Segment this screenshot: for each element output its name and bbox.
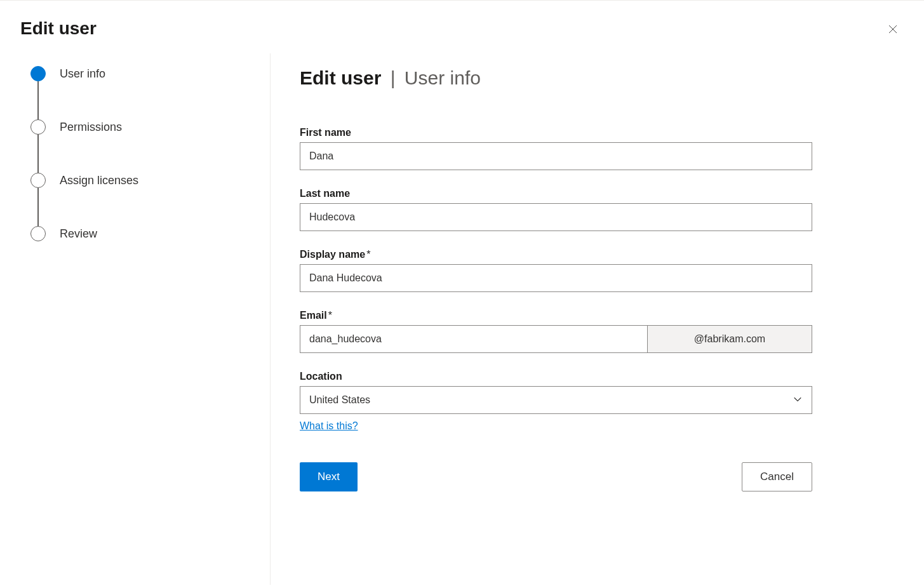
last-name-input[interactable] bbox=[300, 203, 812, 231]
first-name-group: First name bbox=[300, 127, 812, 170]
display-name-input[interactable] bbox=[300, 264, 812, 292]
title-step: User info bbox=[405, 67, 481, 88]
email-input[interactable] bbox=[300, 325, 647, 353]
edit-user-panel: Edit user User info Permissions bbox=[0, 0, 924, 588]
last-name-group: Last name bbox=[300, 188, 812, 231]
email-group: Email* @fabrikam.com bbox=[300, 310, 812, 353]
display-name-label: Display name* bbox=[300, 249, 812, 260]
location-help-link[interactable]: What is this? bbox=[300, 420, 358, 432]
panel-body: User info Permissions Assign licenses Re… bbox=[0, 42, 924, 585]
title-context: Edit user bbox=[300, 67, 381, 88]
step-assign-licenses[interactable]: Assign licenses bbox=[30, 173, 270, 226]
location-label: Location bbox=[300, 371, 812, 382]
step-label: Review bbox=[60, 227, 97, 241]
email-row: @fabrikam.com bbox=[300, 325, 812, 353]
step-label: Permissions bbox=[60, 121, 122, 134]
page-title: Edit user | User info bbox=[300, 67, 812, 89]
step-permissions[interactable]: Permissions bbox=[30, 119, 270, 173]
email-label: Email* bbox=[300, 310, 812, 321]
panel-header: Edit user bbox=[0, 1, 924, 42]
cancel-button[interactable]: Cancel bbox=[742, 462, 812, 491]
button-row: Next Cancel bbox=[300, 462, 812, 491]
location-select-wrapper bbox=[300, 386, 812, 414]
step-indicator-icon bbox=[30, 226, 46, 241]
step-review[interactable]: Review bbox=[30, 226, 270, 241]
close-button[interactable] bbox=[882, 18, 904, 42]
next-button[interactable]: Next bbox=[300, 462, 358, 491]
first-name-label: First name bbox=[300, 127, 812, 138]
panel-title: Edit user bbox=[20, 18, 97, 39]
step-connector bbox=[37, 81, 39, 119]
step-user-info[interactable]: User info bbox=[30, 66, 270, 119]
step-connector bbox=[37, 135, 39, 173]
step-indicator-icon bbox=[30, 66, 46, 81]
location-group: Location What is this? bbox=[300, 371, 812, 432]
title-separator: | bbox=[391, 67, 396, 88]
last-name-label: Last name bbox=[300, 188, 812, 199]
close-icon bbox=[887, 23, 899, 37]
step-label: Assign licenses bbox=[60, 174, 138, 187]
step-indicator-icon bbox=[30, 119, 46, 135]
step-label: User info bbox=[60, 67, 105, 81]
wizard-sidebar: User info Permissions Assign licenses Re… bbox=[0, 53, 270, 585]
location-select[interactable] bbox=[300, 386, 812, 414]
display-name-group: Display name* bbox=[300, 249, 812, 292]
email-domain-suffix: @fabrikam.com bbox=[647, 325, 812, 353]
wizard-stepper: User info Permissions Assign licenses Re… bbox=[30, 66, 270, 241]
step-indicator-icon bbox=[30, 173, 46, 188]
form-main: Edit user | User info First name Last na… bbox=[270, 53, 841, 585]
step-connector bbox=[37, 188, 39, 226]
first-name-input[interactable] bbox=[300, 142, 812, 170]
